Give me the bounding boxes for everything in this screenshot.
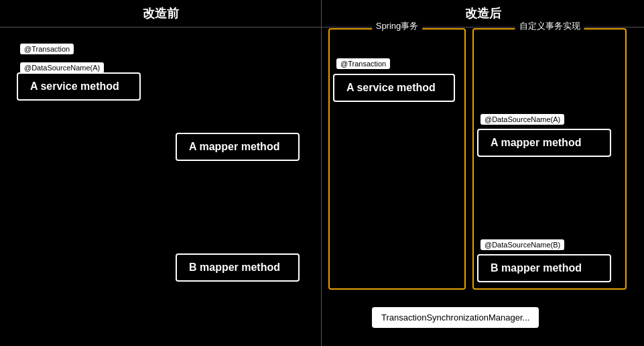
custom-container: 自定义事务实现 @DataSourceName(A) A mapper meth… bbox=[472, 28, 627, 290]
custom-container-label: 自定义事务实现 bbox=[515, 20, 584, 32]
left-panel: 改造前 @Transaction @DataSourceName(A) A se… bbox=[0, 0, 322, 346]
right-service-method-label: A service method bbox=[346, 82, 436, 93]
right-mapper-b-box: B mapper method bbox=[477, 254, 611, 282]
spring-container-label: Spring事务 bbox=[372, 20, 423, 32]
left-mapper-a-label: A mapper method bbox=[189, 141, 279, 152]
spring-container: Spring事务 @Transaction A service method bbox=[328, 28, 466, 290]
right-mapper-a-box: A mapper method bbox=[477, 129, 611, 157]
main-container: 改造前 @Transaction @DataSourceName(A) A se… bbox=[0, 0, 644, 346]
right-datasource-a-annotation: @DataSourceName(A) bbox=[480, 114, 564, 125]
left-panel-header: 改造前 bbox=[0, 0, 321, 27]
left-datasource-annotation: @DataSourceName(A) bbox=[20, 62, 104, 73]
right-service-method-box: A service method bbox=[333, 74, 455, 102]
left-mapper-a-box: A mapper method bbox=[176, 133, 300, 161]
left-mapper-b-label: B mapper method bbox=[189, 262, 280, 273]
right-panel-header: 改造后 bbox=[322, 0, 644, 27]
left-mapper-b-box: B mapper method bbox=[176, 253, 300, 282]
left-service-method-label: A service method bbox=[30, 80, 119, 92]
transaction-sync-box: TransactionSynchronizationManager... bbox=[372, 307, 539, 328]
left-transaction-annotation: @Transaction bbox=[20, 44, 74, 54]
left-service-method-box: A service method bbox=[17, 72, 141, 101]
right-datasource-b-annotation: @DataSourceName(B) bbox=[480, 239, 564, 250]
transaction-sync-label: TransactionSynchronizationManager... bbox=[381, 312, 529, 323]
right-mapper-b-label: B mapper method bbox=[491, 262, 582, 274]
right-mapper-a-label: A mapper method bbox=[491, 137, 581, 148]
right-transaction-annotation: @Transaction bbox=[336, 58, 390, 69]
right-panel: 改造后 Spring事务 @Transaction A service meth… bbox=[322, 0, 644, 346]
